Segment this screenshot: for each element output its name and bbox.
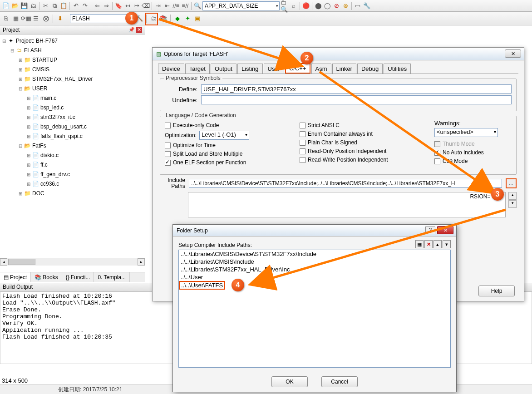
include-paths-input[interactable]: ..\..\Libraries\CMSIS\Device\ST\STM32F7x… <box>189 179 502 188</box>
tree-root[interactable]: Project: BH-F767 <box>16 36 58 46</box>
expander-icon[interactable]: ⊟ <box>1 36 7 46</box>
translate-icon[interactable]: ⎘ <box>2 15 10 23</box>
move-up-icon[interactable]: ▴ <box>433 240 442 248</box>
expander-icon[interactable]: ⊞ <box>17 189 24 198</box>
save-all-icon[interactable]: 🗂 <box>29 2 37 10</box>
include-browse-button[interactable]: ... <box>506 178 517 188</box>
scroll-right-icon[interactable]: ▸ <box>138 258 145 266</box>
expander-icon[interactable]: ⊞ <box>25 160 32 170</box>
close-panel-icon[interactable]: ✕ <box>136 27 142 33</box>
tree-file[interactable]: diskio.c <box>40 151 59 160</box>
download-icon[interactable]: ⬇ <box>56 15 64 23</box>
uncomment-icon[interactable]: ≡// <box>181 2 189 10</box>
breakpoint-disable-icon[interactable]: ◯ <box>323 2 331 10</box>
tree-file[interactable]: bsp_debug_usart.c <box>40 122 87 132</box>
opt-time-checkbox[interactable] <box>165 143 171 148</box>
tab-device[interactable]: Device <box>158 64 184 74</box>
build-icon[interactable]: ▦ <box>12 15 20 23</box>
tree-target[interactable]: FLASH <box>24 46 42 55</box>
tree-group[interactable]: FatFs <box>32 141 46 151</box>
scroll-down-icon[interactable]: ▾ <box>508 200 517 208</box>
close-icon[interactable]: ✕ <box>437 226 453 234</box>
warnings-select[interactable]: <unspecified> <box>434 128 498 137</box>
tree-group[interactable]: CMSIS <box>32 65 49 74</box>
list-item-highlighted[interactable]: ..\..\User\FATFS <box>179 281 225 290</box>
plain-char-checkbox[interactable] <box>300 140 305 146</box>
incremental-find-icon[interactable]: ⌕ <box>290 2 298 10</box>
copy-icon[interactable]: ⧉ <box>50 2 59 10</box>
help-icon[interactable]: ? <box>425 227 435 234</box>
undo-icon[interactable]: ↶ <box>72 2 80 10</box>
expander-icon[interactable]: ⊞ <box>25 113 32 122</box>
config-icon[interactable]: 🔧 <box>363 2 371 10</box>
tree-file[interactable]: bsp_led.c <box>40 103 64 113</box>
tab-listing[interactable]: Listing <box>237 64 263 74</box>
scroll-thumb[interactable] <box>8 259 35 265</box>
simulator-icon[interactable]: ▣ <box>193 15 202 23</box>
tree-file[interactable]: ff_gen_drv.c <box>40 170 70 179</box>
tab-asm[interactable]: Asm <box>311 64 331 74</box>
scroll-up-icon[interactable]: ▴ <box>508 192 517 200</box>
tree-group[interactable]: STARTUP <box>32 55 57 65</box>
find-in-files-icon[interactable]: 🗀🔍 <box>281 2 289 10</box>
paste-icon[interactable]: 📋 <box>59 2 68 10</box>
breakpoint-kill-all-icon[interactable]: ⊗ <box>341 2 350 10</box>
tab-user[interactable]: User <box>264 64 284 74</box>
tree-hscroll[interactable]: ◂ ▸ <box>0 258 145 266</box>
exec-only-checkbox[interactable] <box>165 123 171 128</box>
bookmark-icon[interactable]: 🔖 <box>114 2 123 10</box>
outdent-icon[interactable]: ⇤ <box>163 2 171 10</box>
nav-back-icon[interactable]: ⇐ <box>93 2 101 10</box>
scroll-left-icon[interactable]: ◂ <box>0 258 7 266</box>
rebuild-icon[interactable]: ⟳▦ <box>22 15 30 23</box>
bookmark-prev-icon[interactable]: ↤ <box>123 2 132 10</box>
tree-file[interactable]: fatfs_flash_qspi.c <box>40 132 83 141</box>
c99-checkbox[interactable] <box>434 158 440 164</box>
indent-icon[interactable]: ⇥ <box>154 2 162 10</box>
expander-icon[interactable]: ⊞ <box>25 103 32 113</box>
define-input[interactable] <box>201 84 512 94</box>
cut-icon[interactable]: ✂ <box>41 2 49 10</box>
ok-button[interactable]: OK <box>271 376 308 387</box>
undefine-input[interactable] <box>201 95 512 104</box>
strict-ansi-checkbox[interactable] <box>300 123 305 128</box>
tree-file[interactable]: stm32f7xx_it.c <box>40 113 75 122</box>
tab-target[interactable]: Target <box>185 64 210 74</box>
help-button[interactable]: Help <box>478 286 515 296</box>
redo-icon[interactable]: ↷ <box>81 2 89 10</box>
pack-installer-icon[interactable]: ◆ <box>173 15 182 23</box>
target-combo[interactable]: FLASH <box>70 14 133 23</box>
window-icon[interactable]: ▭ <box>354 2 362 10</box>
tree-group[interactable]: DOC <box>32 189 44 198</box>
expander-icon[interactable]: ⊞ <box>25 122 32 132</box>
file-ext-icon[interactable]: 🗂 <box>149 15 158 23</box>
project-tree[interactable]: ⊟✦Project: BH-F767 ⊟🗂FLASH ⊞📁STARTUP ⊞📁C… <box>0 34 145 264</box>
find-combo[interactable]: APP_RX_DATA_SIZE <box>202 1 280 10</box>
one-elf-checkbox[interactable] <box>165 160 171 166</box>
compiler-control-string[interactable]: RSION="521" <box>188 192 506 217</box>
tab-output[interactable]: Output <box>211 64 236 74</box>
pin-icon[interactable]: 📌 <box>128 27 135 33</box>
find-icon[interactable]: 🔍 <box>193 2 202 10</box>
expander-icon[interactable]: ⊞ <box>25 151 32 160</box>
expander-icon[interactable]: ⊟ <box>9 46 15 55</box>
list-item[interactable]: ..\..\Libraries\CMSIS\Include <box>179 258 450 266</box>
options-titlebar[interactable]: ▨ Options for Target 'FLASH' ✕ <box>153 48 524 60</box>
list-item[interactable]: ..\..\Libraries\CMSIS\Device\ST\STM32F7x… <box>179 250 450 258</box>
debug-icon[interactable]: 🔴 <box>302 2 310 10</box>
tab-books[interactable]: 📚Books <box>31 272 62 282</box>
nav-fwd-icon[interactable]: ⇒ <box>102 2 110 10</box>
tab-project[interactable]: ▤Project <box>0 272 31 282</box>
tab-templates[interactable]: 0.Templa... <box>94 272 130 282</box>
bookmark-clear-icon[interactable]: ⌫ <box>142 2 150 10</box>
tree-group[interactable]: USER <box>32 84 47 94</box>
move-down-icon[interactable]: ▾ <box>443 240 451 248</box>
close-icon[interactable]: ✕ <box>505 49 521 58</box>
list-item[interactable]: ..\..\Libraries\STM32F7xx_HAL_Driver\Inc <box>179 266 450 273</box>
expander-icon[interactable]: ⊞ <box>17 65 24 74</box>
new-item-icon[interactable]: ▦ <box>415 240 424 248</box>
enum-container-checkbox[interactable] <box>300 131 305 137</box>
rte-icon[interactable]: ✦ <box>183 15 192 23</box>
delete-item-icon[interactable]: ✕ <box>424 240 433 248</box>
list-item[interactable]: ..\..\User <box>179 273 450 281</box>
